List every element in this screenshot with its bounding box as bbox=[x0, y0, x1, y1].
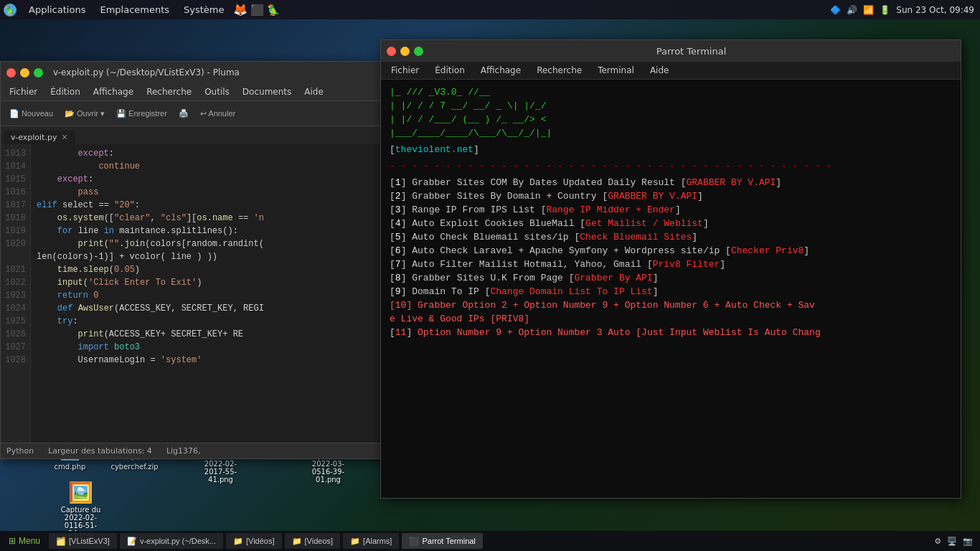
code-line: def AwsUser(ACCESS_KEY, SECRET_KEY, REGI bbox=[37, 302, 377, 315]
capture3-icon: 🖼️ bbox=[68, 481, 93, 504]
code-line: input('Click Enter To Exit') bbox=[37, 276, 377, 289]
pluma-title: v-exploit.py (~/Desktop/VListExV3) - Plu… bbox=[53, 67, 240, 77]
term-recherche-menu[interactable]: Recherche bbox=[529, 64, 589, 77]
code-line: except: bbox=[37, 173, 377, 186]
taskbar-item-videos1[interactable]: 📁 [Vidéos] bbox=[226, 533, 282, 549]
code-line: pass bbox=[37, 186, 377, 199]
taskbar-vlist-label: [VListExV3] bbox=[69, 537, 110, 545]
pluma-content: 1013101410151016 1017101810191020 102110… bbox=[1, 144, 383, 443]
terminal-content[interactable]: |_ /// _V3.0_ //__ | |/ / / 7 __/ __/ _ … bbox=[381, 80, 961, 498]
term-affichage-menu[interactable]: Affichage bbox=[473, 64, 528, 77]
code-editor[interactable]: except: continue except: pass elif selec… bbox=[31, 144, 383, 443]
pluma-fichier-menu[interactable]: Fichier bbox=[4, 85, 43, 98]
open-button[interactable]: 📂 Ouvrir ▾ bbox=[60, 108, 109, 120]
code-line: len(colors)-1)] + vcolor( line ) )) bbox=[37, 250, 377, 263]
taskbar-top-left: 🦜 Applications Emplacements Système 🦊 ⬛ … bbox=[0, 3, 281, 17]
system-menu[interactable]: Système bbox=[178, 3, 230, 17]
new-button[interactable]: 📄 Nouveau bbox=[5, 108, 57, 120]
cyberchef-label: cyberchef.zip bbox=[110, 463, 158, 471]
pluma-toolbar: 📄 Nouveau 📂 Ouvrir ▾ 💾 Enregistrer 🖨️ ↩ … bbox=[1, 101, 383, 126]
code-line: os.system(["clear", "cls"][os.name == 'n bbox=[37, 212, 377, 225]
pluma-min-button[interactable] bbox=[20, 68, 29, 77]
battery-icon[interactable]: 🔋 bbox=[880, 5, 890, 15]
terminal-menubar: Fichier Édition Affichage Recherche Term… bbox=[381, 62, 961, 80]
menu-item-5: [5] Auto Check Bluemail sites/ip [Check … bbox=[390, 230, 952, 244]
pluma-titlebar: v-exploit.py (~/Desktop/VListExV3) - Plu… bbox=[1, 62, 383, 83]
tab-close-button[interactable]: ✕ bbox=[61, 133, 67, 142]
volume-icon[interactable]: 🔊 bbox=[847, 5, 857, 15]
svg-text:🦜: 🦜 bbox=[5, 5, 15, 15]
terminal-icon-top[interactable]: ⬛ bbox=[250, 4, 264, 17]
ascii-line-1: |_ /// _V3.0_ //__ bbox=[390, 85, 952, 99]
taskbar-item-vexploit[interactable]: 📝 v-exploit.py (~/Desk... bbox=[120, 533, 223, 549]
open-icon: 📂 bbox=[65, 109, 75, 118]
taskbar-item-alarms[interactable]: 📁 [Alarms] bbox=[343, 533, 399, 549]
code-line: import boto3 bbox=[37, 341, 377, 354]
position-indicator: Lig1376, bbox=[166, 446, 201, 456]
pluma-aide-menu[interactable]: Aide bbox=[298, 85, 329, 98]
menu-item-1: [1] Grabber Sites COM By Dates Updated D… bbox=[390, 176, 952, 189]
tab-width-indicator[interactable]: Largeur des tabulations: 4 bbox=[48, 446, 152, 456]
taskbar-vexploit-label: v-exploit.py (~/Desk... bbox=[140, 537, 216, 545]
language-indicator[interactable]: Python bbox=[6, 446, 34, 456]
pluma-outils-menu[interactable]: Outils bbox=[199, 85, 235, 98]
taskbar-item-terminal[interactable]: ⬛ Parrot Terminal bbox=[402, 533, 482, 549]
pluma-recherche-menu[interactable]: Recherche bbox=[141, 85, 197, 98]
taskbar-videos2-icon: 📁 bbox=[292, 537, 302, 546]
print-button[interactable]: 🖨️ bbox=[174, 108, 193, 120]
firefox-icon[interactable]: 🦊 bbox=[233, 3, 248, 17]
line-numbers: 1013101410151016 1017101810191020 102110… bbox=[1, 144, 31, 443]
start-menu-button[interactable]: ⊞ Menu bbox=[3, 534, 46, 547]
terminal-max-button[interactable] bbox=[414, 47, 423, 56]
taskbar-top: 🦜 Applications Emplacements Système 🦊 ⬛ … bbox=[0, 0, 980, 19]
applications-menu[interactable]: Applications bbox=[23, 3, 91, 17]
bluetooth-icon[interactable]: 🔷 bbox=[830, 5, 841, 15]
save-button[interactable]: 💾 Enregistrer bbox=[112, 108, 171, 120]
undo-button[interactable]: ↩ Annuler bbox=[196, 108, 240, 120]
taskbar-right: ⚙️ 🖥️ 📷 bbox=[934, 537, 977, 546]
code-line: except: bbox=[37, 147, 377, 160]
pluma-statusbar: Python Largeur des tabulations: 4 Lig137… bbox=[1, 443, 383, 458]
places-menu[interactable]: Emplacements bbox=[94, 3, 175, 17]
menu-item-7: [7] Auto Filter Mailist Hotmail, Yahoo, … bbox=[390, 258, 952, 271]
terminal-min-button[interactable] bbox=[400, 47, 410, 56]
menu-item-3: [3] Range IP From IPS List [Range IP Mid… bbox=[390, 203, 952, 217]
terminal-close-button[interactable] bbox=[387, 47, 396, 56]
pluma-close-button[interactable] bbox=[6, 68, 16, 77]
taskbar-monitor-icon[interactable]: 🖥️ bbox=[947, 537, 957, 546]
term-aide-menu[interactable]: Aide bbox=[643, 64, 677, 77]
taskbar-bottom: ⊞ Menu 🗂️ [VListExV3] 📝 v-exploit.py (~/… bbox=[0, 531, 980, 551]
pluma-documents-menu[interactable]: Documents bbox=[237, 85, 297, 98]
network-icon[interactable]: 📶 bbox=[863, 5, 874, 15]
taskbar-settings-icon[interactable]: ⚙️ bbox=[934, 537, 941, 546]
new-icon: 📄 bbox=[9, 109, 19, 118]
site-url: theviolent.net bbox=[395, 144, 473, 155]
separator-line: - - - - - - - - - - - - - - - - - - - - … bbox=[390, 159, 952, 173]
terminal-window: Parrot Terminal Fichier Édition Affichag… bbox=[380, 39, 961, 499]
taskbar-terminal-icon: ⬛ bbox=[409, 537, 419, 546]
pluma-tab-vexploit[interactable]: v-exploit.py ✕ bbox=[4, 131, 75, 144]
taskbar-screenshot-icon[interactable]: 📷 bbox=[963, 537, 973, 546]
taskbar-item-videos2[interactable]: 📁 [Videos] bbox=[285, 533, 341, 549]
code-line: return 0 bbox=[37, 289, 377, 302]
menu-item-6: [6] Auto Check Laravel + Apache Symfony … bbox=[390, 244, 952, 258]
terminal-title: Parrot Terminal bbox=[656, 46, 727, 57]
ascii-line-3: | |/ / /___/ (__ ) /_ __/> < bbox=[390, 113, 952, 126]
cmdphp-label: cmd.php bbox=[55, 463, 86, 471]
code-line: print("".join(colors[random.randint( bbox=[37, 237, 377, 250]
desktop-icon-capture3[interactable]: 🖼️ Capture du 2022-02-0116-51-24.png bbox=[54, 481, 108, 537]
taskbar-videos2-label: [Videos] bbox=[305, 537, 334, 545]
term-edition-menu[interactable]: Édition bbox=[428, 64, 472, 77]
pluma-affichage-menu[interactable]: Affichage bbox=[88, 85, 139, 98]
pluma-edition-menu[interactable]: Édition bbox=[44, 85, 86, 98]
term-terminal-menu[interactable]: Terminal bbox=[590, 64, 641, 77]
menu-item-10-cont: e Live & Good IPs [PRIV8] bbox=[390, 312, 952, 326]
term-fichier-menu[interactable]: Fichier bbox=[384, 64, 426, 77]
datetime-display: Sun 23 Oct, 09:49 bbox=[896, 5, 974, 15]
taskbar-alarms-icon: 📁 bbox=[350, 537, 360, 546]
print-icon: 🖨️ bbox=[179, 109, 189, 118]
parrot-icon-top[interactable]: 🦜 bbox=[267, 4, 281, 17]
save-icon: 💾 bbox=[116, 109, 126, 118]
pluma-max-button[interactable] bbox=[34, 68, 43, 77]
taskbar-item-vlistexv3[interactable]: 🗂️ [VListExV3] bbox=[49, 533, 117, 549]
